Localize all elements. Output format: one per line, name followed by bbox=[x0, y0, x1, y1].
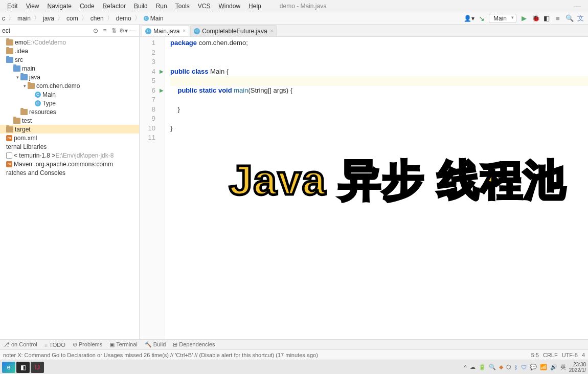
tray-wifi-icon[interactable]: 📶 bbox=[540, 364, 547, 370]
bottom-tab-terminal[interactable]: ▣Terminal bbox=[109, 341, 138, 348]
breadcrumb-demo[interactable]: demo bbox=[114, 15, 133, 22]
editor-tabs: CMain.java×CCompletableFuture.java× bbox=[140, 25, 588, 37]
tree-item[interactable]: ratches and Consoles bbox=[0, 168, 139, 177]
tray-shield-icon[interactable]: 🛡 bbox=[521, 364, 527, 370]
tray-msg-icon[interactable]: 💬 bbox=[530, 364, 537, 370]
system-tray: ^ ☁ 🔋 🔍 ◆ ⬡ ᛒ 🛡 💬 📶 🔊 英 23:30 2022/1/ bbox=[464, 362, 586, 373]
tray-cube-icon[interactable]: ⬡ bbox=[506, 364, 511, 370]
status-message: noter X: Command Go to Declaration or Us… bbox=[3, 352, 318, 358]
bottom-tab-todo[interactable]: ≡TODO bbox=[44, 342, 65, 348]
tree-item[interactable]: test bbox=[0, 116, 139, 125]
file-encoding[interactable]: UTF-8 bbox=[562, 352, 578, 358]
tree-item[interactable]: .idea bbox=[0, 47, 139, 55]
status-bar: noter X: Command Go to Declaration or Us… bbox=[0, 349, 588, 360]
tray-search-icon[interactable]: 🔍 bbox=[489, 364, 496, 370]
close-tab-icon[interactable]: × bbox=[183, 28, 186, 34]
menu-view[interactable]: View bbox=[22, 3, 43, 10]
task-app1[interactable]: ◧ bbox=[16, 362, 30, 373]
indent-size[interactable]: 4 bbox=[582, 352, 585, 358]
menubar: Edit View Navigate Code Refactor Build R… bbox=[0, 0, 588, 12]
tree-item[interactable]: target bbox=[0, 125, 139, 134]
breadcrumb-java[interactable]: java bbox=[41, 15, 56, 22]
breadcrumb-chen[interactable]: chen bbox=[88, 15, 106, 22]
tray-app-icon[interactable]: ◆ bbox=[499, 364, 503, 370]
code-content[interactable]: package com.chen.demo;public class Main … bbox=[165, 37, 588, 339]
tree-item[interactable]: CMain bbox=[0, 90, 139, 99]
task-intellij[interactable]: IJ bbox=[31, 362, 44, 373]
menu-navigate[interactable]: Navigate bbox=[43, 3, 76, 10]
tree-item[interactable]: mpom.xml bbox=[0, 134, 139, 142]
tree-item[interactable]: emo E:\Code\demo bbox=[0, 38, 139, 47]
hide-icon[interactable]: — bbox=[128, 27, 137, 34]
gutter: 123▶45▶67891011 bbox=[140, 37, 165, 339]
taskbar: e ◧ IJ ^ ☁ 🔋 🔍 ◆ ⬡ ᛒ 🛡 💬 📶 🔊 英 23:30 202… bbox=[0, 360, 588, 374]
task-edge[interactable]: e bbox=[2, 362, 15, 373]
tree-item[interactable]: resources bbox=[0, 107, 139, 116]
code-editor[interactable]: 123▶45▶67891011 package com.chen.demo;pu… bbox=[140, 37, 588, 339]
stop-button[interactable]: ■ bbox=[554, 14, 561, 22]
bottom-tab-dependencies[interactable]: ⊞Dependencies bbox=[173, 341, 215, 348]
gutter-run-icon[interactable]: ▶ bbox=[160, 67, 164, 77]
tray-clock[interactable]: 23:30 2022/1/ bbox=[569, 362, 586, 373]
bottom-tab-problems[interactable]: ⊘Problems bbox=[73, 341, 102, 348]
menu-vcs[interactable]: VCS bbox=[194, 3, 215, 10]
project-tree[interactable]: emo E:\Code\demo.ideasrcmain▾java▾com.ch… bbox=[0, 37, 139, 178]
collapse-all-icon[interactable]: ⇅ bbox=[109, 27, 119, 34]
tray-battery-icon[interactable]: 🔋 bbox=[479, 364, 486, 370]
menu-window[interactable]: Window bbox=[214, 3, 244, 10]
tray-bluetooth-icon[interactable]: ᛒ bbox=[514, 364, 518, 370]
line-separator[interactable]: CRLF bbox=[543, 352, 558, 358]
bottom-tab-build[interactable]: 🔨Build bbox=[145, 341, 166, 348]
gutter-run-icon[interactable]: ▶ bbox=[160, 86, 164, 96]
settings-icon[interactable]: ⚙▾ bbox=[119, 27, 128, 34]
window-title: demo - Main.java bbox=[276, 3, 331, 10]
tree-item[interactable]: CType bbox=[0, 99, 139, 107]
sidebar-title: ect bbox=[2, 27, 91, 34]
build-icon[interactable]: ↘ bbox=[479, 14, 485, 23]
tray-ime[interactable]: 英 bbox=[560, 363, 566, 371]
expand-all-icon[interactable]: ≡ bbox=[100, 27, 109, 34]
menu-help[interactable]: Help bbox=[244, 3, 265, 10]
menu-edit[interactable]: Edit bbox=[3, 3, 22, 10]
main-area: ect ⊙ ≡ ⇅ ⚙▾ — emo E:\Code\demo.ideasrcm… bbox=[0, 25, 588, 339]
user-icon[interactable]: 👤▾ bbox=[464, 15, 474, 22]
tree-item[interactable]: ternal Libraries bbox=[0, 142, 139, 151]
menu-tools[interactable]: Tools bbox=[171, 3, 194, 10]
run-config-selector[interactable]: Main bbox=[489, 14, 516, 23]
tree-item[interactable]: ▾java bbox=[0, 73, 139, 81]
menu-refactor[interactable]: Refactor bbox=[99, 3, 130, 10]
tree-item[interactable]: < temurin-1.8 > E:\Env\jdk\open-jdk-8 bbox=[0, 151, 139, 160]
navbar: c〉main〉java〉com〉chen〉demo〉CMain 👤▾ ↘ Mai… bbox=[0, 12, 588, 25]
run-button[interactable]: ▶ bbox=[521, 14, 528, 22]
tray-chevron-icon[interactable]: ^ bbox=[464, 364, 466, 370]
minimize-button[interactable]: — bbox=[570, 2, 585, 10]
close-tab-icon[interactable]: × bbox=[270, 28, 274, 34]
breadcrumb-c[interactable]: c bbox=[0, 15, 7, 22]
tree-item[interactable]: ▾com.chen.demo bbox=[0, 81, 139, 90]
tree-item[interactable]: src bbox=[0, 55, 139, 64]
project-sidebar: ect ⊙ ≡ ⇅ ⚙▾ — emo E:\Code\demo.ideasrcm… bbox=[0, 25, 140, 339]
editor-tab[interactable]: CMain.java× bbox=[142, 25, 189, 36]
coverage-button[interactable]: ◧ bbox=[543, 14, 550, 22]
search-icon[interactable]: 🔍 bbox=[566, 14, 573, 22]
sidebar-header: ect ⊙ ≡ ⇅ ⚙▾ — bbox=[0, 25, 139, 37]
menu-run[interactable]: Run bbox=[152, 3, 171, 10]
menu-code[interactable]: Code bbox=[76, 3, 99, 10]
breadcrumbs: c〉main〉java〉com〉chen〉demo〉CMain bbox=[0, 14, 166, 23]
tray-cloud-icon[interactable]: ☁ bbox=[470, 364, 476, 370]
editor-area: CMain.java×CCompletableFuture.java× 123▶… bbox=[140, 25, 588, 339]
tray-volume-icon[interactable]: 🔊 bbox=[550, 364, 557, 370]
tree-item[interactable]: mMaven: org.apache.commons:comm bbox=[0, 160, 139, 168]
debug-button[interactable]: 🐞 bbox=[532, 14, 539, 22]
bottom-tab-on-control[interactable]: ⎇on Control bbox=[3, 341, 37, 348]
language-icon[interactable]: 文 bbox=[577, 14, 584, 23]
cursor-position[interactable]: 5:5 bbox=[531, 352, 539, 358]
bottom-toolbar: ⎇on Control≡TODO⊘Problems▣Terminal🔨Build… bbox=[0, 339, 588, 349]
editor-tab[interactable]: CCompletableFuture.java× bbox=[190, 25, 277, 36]
tree-item[interactable]: main bbox=[0, 64, 139, 73]
breadcrumb-Main[interactable]: CMain bbox=[142, 15, 166, 22]
breadcrumb-main[interactable]: main bbox=[15, 15, 33, 22]
breadcrumb-com[interactable]: com bbox=[64, 15, 80, 22]
menu-build[interactable]: Build bbox=[130, 3, 152, 10]
select-open-file-icon[interactable]: ⊙ bbox=[91, 27, 100, 34]
